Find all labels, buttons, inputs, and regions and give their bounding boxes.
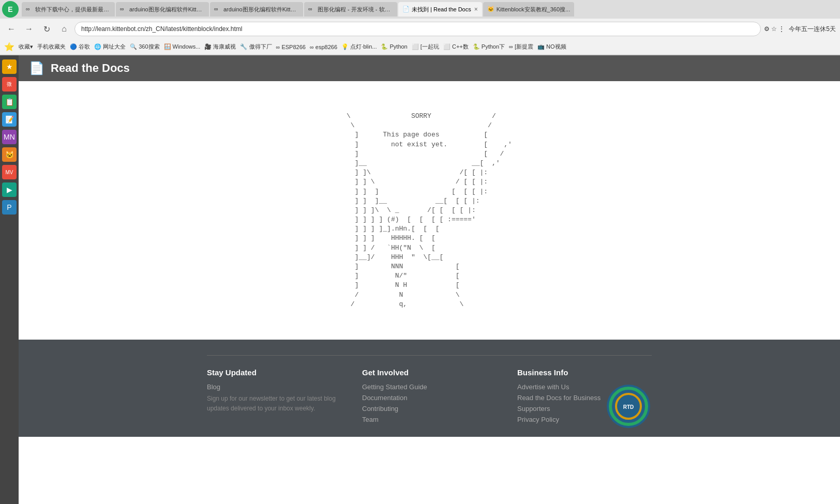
- sidebar-icon-mv[interactable]: MV: [2, 165, 17, 179]
- tab-favicon-tab2: ∞: [120, 6, 127, 13]
- bookmark-video[interactable]: 📺 NO视频: [537, 43, 566, 51]
- left-sidebar: ★ 微 📋 📝 MN 🐱 MV ▶ P: [0, 55, 19, 504]
- back-button[interactable]: ←: [4, 22, 19, 36]
- tab-title-tab1: 软件下载中心，提供最新最安全...: [35, 6, 111, 13]
- rtd-logo-svg: RTD: [605, 383, 652, 430]
- footer-link-contributing[interactable]: Contributing: [362, 405, 497, 413]
- rtd-header-icon: 📄: [29, 61, 44, 75]
- browser-chrome: E ∞软件下载中心，提供最新最安全...∞arduino图形化编程软件Kitte…: [0, 0, 840, 55]
- footer-col-get-involved: Get Involved Getting Started Guide Docum…: [362, 368, 497, 426]
- nav-icons: ⚙ ☆ ⋮: [764, 25, 785, 33]
- footer-columns: Stay Updated Blog Sign up for our newsle…: [207, 368, 652, 426]
- sidebar-icon-doc[interactable]: 📝: [2, 112, 17, 127]
- tab-title-tab4: 图形化编程 - 开发环境 - 软件中...: [318, 6, 393, 13]
- bookmark-esp8266a[interactable]: ∞ ESP8266: [276, 44, 306, 50]
- bookmark-windows[interactable]: 🪟 Windows...: [164, 43, 201, 50]
- tab-close-tab5[interactable]: ×: [474, 6, 478, 13]
- bookmark-sites[interactable]: 🌐 网址大全: [94, 43, 126, 51]
- tab-favicon-tab5: 📄: [402, 6, 410, 13]
- svg-text:RTD: RTD: [623, 404, 634, 410]
- tab-title-tab5: 未找到 | Read the Docs: [412, 6, 471, 13]
- error-page: \ SORRY / \ / ] This page does [ ] not e…: [19, 81, 840, 340]
- bookmark-aode[interactable]: 🔧 傲得下厂: [240, 43, 272, 51]
- footer-col-stay-updated: Stay Updated Blog Sign up for our newsle…: [207, 368, 341, 426]
- bookmark-haikang[interactable]: 🎥 海康威视: [204, 43, 236, 51]
- sidebar-icon-p[interactable]: P: [2, 200, 17, 215]
- page-header: 📄 Read the Docs: [19, 55, 840, 81]
- footer-col-title-stay-updated: Stay Updated: [207, 368, 341, 377]
- home-button[interactable]: ⌂: [57, 22, 71, 36]
- browser-tab-tab5[interactable]: 📄未找到 | Read the Docs×: [398, 2, 482, 17]
- bookmark-python[interactable]: 🐍 Python: [381, 43, 407, 50]
- browser-tab-tab1[interactable]: ∞软件下载中心，提供最新最安全...: [22, 2, 115, 17]
- footer-divider: [207, 355, 652, 356]
- tab-favicon-tab3: ∞: [214, 6, 221, 13]
- ascii-art-display: \ SORRY / \ / ] This page does [ ] not e…: [347, 112, 512, 309]
- tab-bar: E ∞软件下载中心，提供最新最安全...∞arduino图形化编程软件Kitte…: [0, 0, 840, 19]
- sidebar-icon-notes[interactable]: 📋: [2, 95, 17, 109]
- footer-col-title-get-involved: Get Involved: [362, 368, 497, 377]
- sidebar-icon-weibo[interactable]: 微: [2, 77, 17, 91]
- footer-bottom-wrap: Stay Updated Blog Sign up for our newsle…: [207, 368, 652, 426]
- bookmark-python2[interactable]: 🐍 Python下: [473, 43, 505, 51]
- bookmark-360[interactable]: 🔍 360搜索: [130, 43, 159, 51]
- tab-favicon-tab1: ∞: [26, 6, 33, 13]
- bookmark-blink[interactable]: 💡 点灯·blin...: [341, 43, 377, 51]
- bookmark-together[interactable]: ⬜ [一起玩: [412, 43, 439, 51]
- forward-button[interactable]: →: [22, 22, 36, 36]
- sidebar-icon-play[interactable]: ▶: [2, 182, 17, 197]
- sidebar-icon-star[interactable]: ★: [2, 59, 17, 74]
- footer-link-documentation[interactable]: Documentation: [362, 394, 497, 402]
- tab-favicon-tab6: 🐱: [487, 6, 494, 13]
- sidebar-icon-mn[interactable]: MN: [2, 130, 17, 144]
- bookmark-collections[interactable]: 收藏▾: [19, 43, 33, 51]
- browser-logo: E: [2, 1, 19, 18]
- refresh-button[interactable]: ↻: [39, 22, 54, 36]
- browser-tab-tab2[interactable]: ∞arduino图形化编程软件Kitten...: [116, 2, 209, 17]
- footer-link-getting-started[interactable]: Getting Started Guide: [362, 383, 497, 391]
- footer-link-blog[interactable]: Blog: [207, 383, 341, 391]
- footer-inner: Stay Updated Blog Sign up for our newsle…: [197, 355, 662, 426]
- tab-favicon-tab4: ∞: [308, 6, 316, 13]
- bookmark-mobile[interactable]: 手机收藏夹: [37, 43, 66, 51]
- bookmark-cpp[interactable]: ⬜ C++数: [443, 43, 469, 51]
- tab-title-tab2: arduino图形化编程软件Kitten...: [129, 6, 205, 13]
- nav-bar: ← → ↻ ⌂ ⚙ ☆ ⋮ 今年五一连休5天: [0, 19, 840, 39]
- footer-link-team[interactable]: Team: [362, 416, 497, 423]
- address-bar[interactable]: [74, 22, 761, 36]
- sidebar-icon-cat[interactable]: 🐱: [2, 147, 17, 162]
- star-icon: ⭐: [4, 42, 14, 52]
- browser-tab-tab3[interactable]: ∞arduino图形化编程软件Kitten...: [210, 2, 303, 17]
- nav-text: 今年五一连休5天: [789, 25, 836, 34]
- browser-tab-tab6[interactable]: 🐱Kittenblock安装教程_360搜...: [483, 2, 574, 17]
- browser-layout: ★ 微 📋 📝 MN 🐱 MV ▶ P 📄 Read the Docs \ SO…: [0, 55, 840, 504]
- bookmark-esp8266b[interactable]: ∞ esp8266: [310, 44, 337, 50]
- bookmark-new[interactable]: ∞ [新提震: [509, 43, 533, 51]
- bookmark-google[interactable]: 🔵 谷歌: [70, 43, 90, 51]
- tab-title-tab6: Kittenblock安装教程_360搜...: [497, 6, 570, 13]
- nav-right: ⚙ ☆ ⋮ 今年五一连休5天: [764, 25, 836, 34]
- footer-col-title-business-info: Business Info: [517, 368, 652, 377]
- rtd-logo-area: RTD: [605, 383, 652, 432]
- main-content: 📄 Read the Docs \ SORRY / \ / ] This pag…: [19, 55, 840, 504]
- page-header-title: Read the Docs: [51, 62, 130, 75]
- tab-title-tab3: arduino图形化编程软件Kitten...: [223, 6, 299, 13]
- browser-tab-tab4[interactable]: ∞图形化编程 - 开发环境 - 软件中...: [304, 2, 397, 17]
- footer: Stay Updated Blog Sign up for our newsle…: [19, 340, 840, 437]
- footer-newsletter-text: Sign up for our newsletter to get our la…: [207, 394, 341, 414]
- bookmarks-bar: ⭐ 收藏▾ 手机收藏夹 🔵 谷歌 🌐 网址大全 🔍 360搜索 🪟 Window…: [0, 39, 840, 55]
